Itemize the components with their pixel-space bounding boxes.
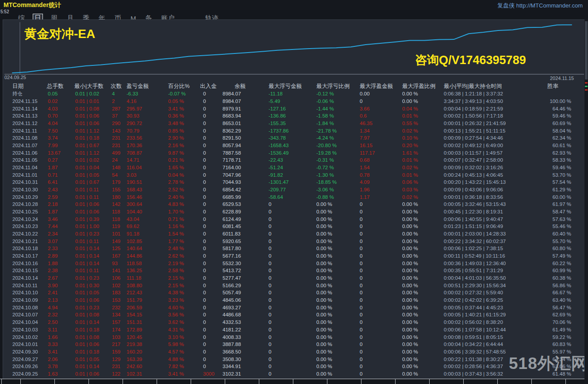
table-row[interactable]: 2024.11.144.030.01 | 0.08287295.973.41 %… (0, 105, 584, 113)
table-row[interactable]: 2024.10.302.430.01 | 0.11155168.432.52 %… (0, 186, 584, 194)
table-row[interactable]: 2024.10.072.320.01 | 0.08134154.153.56 %… (0, 311, 584, 319)
table-row[interactable]: 2024.11.077.990.01 | 0.67231170.362.16 %… (0, 142, 584, 149)
table-row[interactable]: 2024.10.222.340.01 | 0.2310191.181.54 %0… (0, 230, 584, 238)
cell-times: 最小|平均|最大持仓时间 (444, 82, 547, 90)
strip-divider (259, 379, 259, 384)
table-row[interactable]: 2024.10.161.880.01 | 0.1493118.582.19 %0… (0, 260, 584, 267)
table-row[interactable]: 2024.11.041.870.01 | 0.04148116.041.65 %… (0, 164, 584, 171)
cell-winrate: 70.06 % (547, 319, 584, 326)
cell-minmax: 0.01 | 0.08 (74, 105, 111, 113)
table-row[interactable]: 2024.10.021.660.01 | 0.08103120.453.10 %… (0, 334, 584, 341)
cell-count: 287 (111, 105, 127, 113)
cell-winrate: 60.38 % (547, 274, 584, 282)
table-row[interactable]: 2024.10.013.330.01 | 0.06217219.385.98 %… (0, 341, 584, 348)
table-row[interactable]: 2024.10.243.460.01 | 0.3911843.040.71 %0… (0, 216, 584, 223)
table-row[interactable]: 2024.11.0613.670.01 | 1.12499708.879.87 … (0, 149, 584, 157)
cell-floss: -58.64 (269, 194, 316, 201)
cell-winrate: 59.46 % (547, 164, 584, 171)
cell-lots: 4.03 (47, 105, 74, 113)
site-link[interactable]: 复盘侠 http://MTCommander.com (497, 2, 583, 10)
table-row[interactable]: 2024.11.050.270.01 | 0.022414.710.21 %07… (0, 156, 584, 164)
table-row[interactable]: 2024.11.083.740.01 | 0.18231233.562.90 %… (0, 134, 584, 142)
table-row[interactable]: 2024.11.124.040.01 | 0.06290290.723.48 %… (0, 120, 584, 127)
cell-minmax: 最小|大手数 (74, 82, 111, 90)
table-row[interactable]: 2024.10.113.900.01 | 0.30102108.802.15 %… (0, 282, 584, 289)
cell-times: 0:00:11 | 0:52:49 | 10:11:16 (444, 252, 547, 260)
table-row[interactable]: 2024.11.150.020.01 | 0.0124.160.05 %0898… (0, 98, 584, 105)
cell-minmax: 0.01 | 0.14 (74, 245, 111, 252)
cell-date: 2024.11.14 (12, 105, 47, 113)
table-row[interactable]: 2024.11.117.500.01 | 1.1214370.790.85 %0… (0, 127, 584, 135)
cell-pl: 14.71 (127, 156, 168, 164)
cell-flosspct: -18.85 % (316, 179, 360, 186)
cell-winrate: 63.40 % (547, 297, 584, 304)
cell-floss: 0 (269, 370, 316, 378)
cell-date: 2024.10.11 (12, 282, 47, 289)
cell-flosspct: 0.00 % (316, 326, 360, 334)
cell-balance: 8362.29 (223, 127, 269, 135)
cell-pl: 233.56 (127, 134, 168, 142)
table-row[interactable]: 2024.11.130.700.01 | 0.063730.930.36 %08… (0, 112, 584, 120)
cell-balance: 7164.00 (223, 164, 269, 171)
cell-fprofpct: 0.02 % (402, 164, 444, 171)
cell-times: 0:00:06 | 1:40:55 | 9:40:47 (444, 216, 547, 223)
table-row[interactable]: 2024.09.272.060.01 | 0.05129163.394.88 %… (0, 356, 584, 363)
table-row[interactable]: 2024.10.282.180.01 | 0.06142300.644.83 %… (0, 201, 584, 208)
table-row[interactable]: 2024.10.182.330.01 | 0.14125140.642.48 %… (0, 245, 584, 252)
table-row[interactable]: 2024.10.292.590.01 | 0.11180156.462.40 %… (0, 194, 584, 201)
table-row[interactable]: 2024.09.303.410.01 | 0.18159160.204.57 %… (0, 348, 584, 356)
cell-balance: 余额 (223, 82, 269, 90)
cell-pct: 3.10 % (168, 334, 200, 341)
cell-times: 0:00:06 | 1:02:25 | 7:38:15 (444, 245, 547, 252)
table-row[interactable]: 2024.10.142.670.01 | 0.23106111.182.15 %… (0, 274, 584, 282)
cell-fprofpct: 0.00 % (402, 370, 444, 378)
cell-fprof: 0 (360, 245, 402, 252)
open-position-row[interactable]: 持仓0.050.01 | 0.024-6.33-0.07 %08984.07-1… (0, 90, 584, 98)
cell-date: 2024.10.03 (12, 326, 47, 334)
cell-fprofpct: 0.02 % (402, 194, 444, 201)
table-row[interactable]: 2024.10.316.410.01 | 0.67179190.512.78 %… (0, 179, 584, 186)
cell-minmax: 0.01 | 0.14 (74, 363, 111, 370)
cell-flosspct: -3.06 % (316, 186, 360, 194)
table-row[interactable]: 2024.10.033.110.01 | 0.18174172.894.31 %… (0, 326, 584, 334)
cell-fprofpct: 0.10 % (402, 134, 444, 142)
table-row[interactable]: 2024.10.213.070.01 | 0.11149102.851.77 %… (0, 238, 584, 245)
cell-fprof: 1.17 (360, 194, 402, 201)
cell-balance: 6685.99 (223, 194, 269, 201)
table-row[interactable]: 2024.11.010.710.01 | 0.05543.030.04 %070… (0, 171, 584, 179)
cell-minmax: 0.01 | 0.01 (74, 98, 111, 105)
cell-fprofpct: 0.00 % (402, 252, 444, 260)
table-row[interactable]: 2024.10.042.500.01 | 0.14157151.313.62 %… (0, 319, 584, 326)
cell-floss: 0 (269, 282, 316, 289)
cell-deposit: 0 (200, 326, 223, 334)
cell-date: 2024.11.08 (12, 134, 47, 142)
cell-lots: 3.74 (47, 134, 74, 142)
table-row[interactable]: 2024.10.092.130.01 | 0.06153151.793.23 %… (0, 297, 584, 304)
table-row[interactable]: 2024.10.251.870.01 | 0.06118104.401.70 %… (0, 208, 584, 216)
cell-minmax: 0.01 | 0.18 (74, 134, 111, 142)
table-row[interactable]: 2024.10.152.380.01 | 0.11141136.252.58 %… (0, 267, 584, 274)
cell-deposit: 0 (200, 112, 223, 120)
cell-times: 0:00:20 | 1:43:22 | 15:45:13 (444, 179, 547, 186)
table-row[interactable]: 2024.09.263.780.01 | 0.14231242.607.82 %… (0, 363, 584, 370)
strip-divider (88, 379, 89, 384)
scrollbar-thumb[interactable] (585, 21, 588, 80)
scrollbar-mark (585, 82, 588, 84)
cell-floss: 0 (269, 238, 316, 245)
table-row[interactable]: 2024.09.251.630.01 | 0.06122102.313.41 %… (0, 370, 584, 378)
cell-deposit: 0 (200, 341, 223, 348)
bottom-scroll-strip[interactable] (0, 379, 584, 384)
cell-pct: 2.16 % (168, 142, 200, 149)
table-row[interactable]: 2024.10.102.410.01 | 0.05183212.434.38 %… (0, 289, 584, 297)
cell-date: 2024.10.28 (12, 201, 47, 208)
cell-minmax: 0.01 | 0.23 (74, 274, 111, 282)
cell-deposit: 0 (200, 363, 223, 370)
table-row[interactable]: 2024.10.172.890.01 | 0.14167144.862.62 %… (0, 252, 584, 260)
table-row[interactable]: 2024.10.237.440.01 | 1.0011969.621.16 %0… (0, 223, 584, 230)
cell-fprof: 0 (360, 230, 402, 238)
vertical-scrollbar[interactable] (584, 19, 588, 384)
cell-pl: 4.16 (127, 98, 168, 105)
cell-floss: 0 (269, 223, 316, 230)
table-row[interactable]: 2024.10.084.940.01 | 0.23232206.594.60 %… (0, 304, 584, 312)
cell-winrate: 56.47 % (547, 304, 584, 312)
